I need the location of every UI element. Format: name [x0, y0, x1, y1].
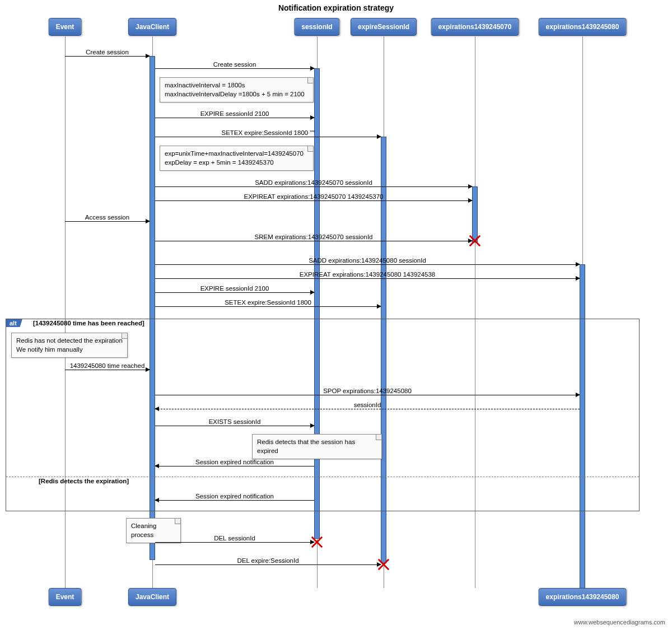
note-line2: expDelay = exp + 5min = 1439245370 — [165, 159, 274, 166]
msg-spop-return: sessionId — [155, 409, 580, 409]
msg-label: DEL expire:SessionId — [155, 557, 381, 564]
msg-label: Session expired notification — [155, 493, 314, 500]
alt-condition-2: [Redis detects the expiration] — [39, 478, 129, 484]
msg-label: Session expired notification — [155, 459, 314, 465]
msg-exists-sessionid: EXISTS sessionId — [155, 426, 314, 426]
msg-setex-1800: SETEX expire:SessionId 1800 "" — [155, 137, 381, 137]
msg-expire-sessionid-2100: EXPIRE sessionId 2100 — [155, 118, 314, 118]
note-line2: We notify him manually — [16, 346, 83, 353]
msg-label: SETEX expire:SessionId 1800 "" — [155, 129, 381, 136]
participant-javaclient-top: JavaClient — [128, 18, 176, 36]
msg-sadd-70: SADD expirations:1439245070 sessionId — [155, 186, 472, 187]
msg-access-session: Access session — [65, 221, 150, 222]
note-text: Cleaning process — [131, 522, 156, 538]
msg-label: EXISTS sessionId — [155, 418, 314, 425]
msg-expired-notif-1: Session expired notification — [155, 466, 314, 466]
participant-exp80-top: expirations1439245080 — [539, 18, 627, 36]
participant-event-bottom: Event — [49, 588, 82, 606]
msg-expireat-80: EXPIREAT expirations:1439245080 14392453… — [155, 278, 580, 279]
alt-tag: alt — [6, 319, 22, 327]
alt-divider — [6, 477, 639, 477]
msg-create-session-1: Create session — [65, 56, 150, 57]
msg-del-sessionid: DEL sessionId — [155, 542, 314, 543]
msg-label: Create session — [65, 49, 150, 55]
note-line1: maxInactiveInterval = 1800s — [165, 82, 245, 88]
activation-exp70 — [472, 186, 478, 242]
participant-expiresessionid-top: expireSessionId — [351, 18, 417, 36]
msg-label: SADD expirations:1439245070 sessionId — [155, 179, 472, 186]
msg-label: SPOP expirations:1439245080 — [155, 388, 580, 394]
msg-expire-sessionid-2100-b: EXPIRE sessionId 2100 — [155, 292, 314, 293]
msg-time-reached: 1439245080 time reached — [65, 370, 150, 370]
note-line1: exp=unixTime+maxInactiveInterval=1439245… — [165, 150, 304, 157]
msg-setex-1800-b: SETEX expire:SessionId 1800 — [155, 306, 381, 307]
note-line2: maxInactiveIntervalDelay =1800s + 5 min … — [165, 91, 305, 97]
note-redis-detect-expired: Redis detects that the session has expir… — [252, 434, 382, 459]
msg-label: Create session — [155, 61, 314, 68]
note-text: Redis detects that the session has expir… — [257, 438, 355, 454]
footer-attribution: www.websequencediagrams.com — [574, 619, 665, 626]
note-redis-manual: Redis has not detected the expiration We… — [11, 333, 128, 358]
participant-sessionid-top: sessionId — [294, 18, 339, 36]
msg-del-expiresessionid: DEL expire:SessionId — [155, 564, 381, 565]
participant-exp80-bottom: expirations1439245080 — [539, 588, 627, 606]
sequence-diagram-canvas: Notification expiration strategy Event J… — [0, 0, 672, 630]
msg-expireat-70: EXPIREAT expirations:1439245070 14392453… — [155, 200, 472, 201]
msg-label: EXPIRE sessionId 2100 — [155, 285, 314, 292]
destroy-icon — [377, 558, 390, 571]
note-line1: Redis has not detected the expiration — [16, 337, 123, 344]
msg-srem-70: SREM expirations:1439245070 sessionId — [155, 241, 472, 241]
msg-create-session-2: Create session — [155, 68, 314, 69]
participant-event-top: Event — [49, 18, 82, 36]
msg-spop-80: SPOP expirations:1439245080 — [155, 395, 580, 395]
destroy-icon — [469, 235, 481, 247]
msg-label: 1439245080 time reached — [65, 362, 150, 369]
msg-label: DEL sessionId — [155, 535, 314, 542]
msg-label: EXPIREAT expirations:1439245070 14392453… — [155, 193, 472, 200]
msg-label: EXPIRE sessionId 2100 — [155, 110, 314, 117]
participant-javaclient-bottom: JavaClient — [128, 588, 176, 606]
alt-condition-1: [1439245080 time has been reached] — [33, 320, 144, 326]
msg-label: SREM expirations:1439245070 sessionId — [155, 234, 472, 240]
msg-expired-notif-2: Session expired notification — [155, 500, 314, 501]
note-exp-delay: exp=unixTime+maxInactiveInterval=1439245… — [160, 146, 314, 171]
destroy-icon — [311, 536, 323, 548]
msg-label: SETEX expire:SessionId 1800 — [155, 299, 381, 306]
msg-label: EXPIREAT expirations:1439245080 14392453… — [155, 271, 580, 278]
note-max-inactive: maxInactiveInterval = 1800s maxInactiveI… — [160, 77, 314, 102]
msg-label: Access session — [65, 214, 150, 221]
diagram-title: Notification expiration strategy — [0, 3, 672, 12]
participant-exp70-top: expirations1439245070 — [431, 18, 519, 36]
msg-label: SADD expirations:1439245080 sessionId — [155, 257, 580, 264]
msg-sadd-80: SADD expirations:1439245080 sessionId — [155, 264, 580, 265]
msg-label: sessionId — [155, 402, 580, 408]
